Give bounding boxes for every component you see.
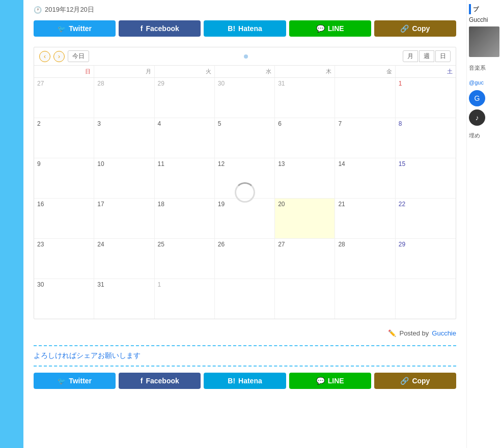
cal-cell-3: 3 [94, 118, 154, 158]
cal-cell-2: 2 [34, 118, 94, 158]
cal-cell-19: 19 [215, 199, 275, 238]
day-number: 17 [97, 201, 104, 208]
thursday-header: 木 [275, 66, 335, 77]
twitter-share-top-button[interactable]: 🐦 Twitter [34, 20, 116, 37]
cal-cell-27: 27 [275, 239, 335, 278]
cal-cell-jan-empty-3 [335, 279, 395, 319]
twitter-share-bottom-button[interactable]: 🐦 Twitter [34, 373, 116, 389]
cal-cell-16: 16 [34, 199, 94, 238]
copy-share-bottom-button[interactable]: 🔗 Copy [374, 373, 456, 389]
day-number: 3 [97, 120, 101, 127]
cal-cell-23: 23 [34, 239, 94, 278]
day-number: 19 [218, 201, 225, 208]
day-number: 27 [37, 80, 44, 87]
cal-cell-10: 10 [94, 158, 154, 198]
cal-cell-jan-empty-1 [215, 279, 275, 319]
calendar-week-view-button[interactable]: 週 [419, 50, 434, 62]
copy-share-top-button[interactable]: 🔗 Copy [374, 20, 456, 37]
date-text: 2019年12月20日 [45, 5, 94, 14]
hatena-bottom-label: Hatena [238, 377, 262, 385]
sidebar-profile-label: プ [473, 6, 479, 13]
cal-cell-jan-empty-2 [275, 279, 335, 319]
calendar-week-1: 27 28 29 30 31 1 [34, 78, 456, 118]
cal-cell-7: 7 [335, 118, 395, 158]
day-number: 23 [37, 241, 44, 248]
line-share-bottom-button[interactable]: 💬 LINE [289, 373, 371, 389]
calendar-view-buttons: 月 週 日 [403, 50, 451, 62]
day-number: 31 [97, 281, 104, 288]
facebook-share-bottom-button[interactable]: f Facebook [119, 373, 201, 389]
day-number: 29 [158, 80, 164, 87]
day-number: 7 [338, 120, 342, 127]
cal-cell-empty [335, 78, 395, 118]
sidebar-author-name: Gucchi [469, 16, 499, 23]
sidebar-music-section: 音楽系 [469, 63, 499, 72]
facebook-top-icon: f [141, 24, 143, 33]
cal-cell-27-nov: 27 [34, 78, 94, 118]
sidebar-bottom-text: 埋め [469, 132, 499, 139]
cal-cell-25: 25 [155, 239, 215, 278]
hatena-share-bottom-button[interactable]: B! Hatena [204, 373, 286, 389]
hatena-top-icon: B! [228, 24, 235, 33]
day-number: 13 [278, 160, 285, 167]
day-number: 12 [218, 160, 225, 167]
sidebar-twitter-link[interactable]: @guc [469, 79, 484, 86]
month-view-label: 月 [407, 52, 413, 60]
loading-spinner [235, 182, 255, 203]
cal-cell-8: 8 [396, 118, 456, 158]
cal-cell-29: 29 [396, 239, 456, 278]
chevron-left-icon: ‹ [44, 53, 46, 60]
day-number: 30 [37, 281, 44, 288]
twitter-bottom-icon: 🐦 [58, 377, 66, 385]
date-line: 🕐 2019年12月20日 [34, 5, 456, 14]
posted-by-prefix: Posted by [399, 329, 429, 337]
day-number: 1 [399, 80, 402, 87]
day-number: 6 [278, 120, 282, 127]
clock-icon: 🕐 [34, 6, 42, 14]
day-number: 22 [399, 201, 405, 208]
calendar-next-button[interactable]: › [53, 51, 65, 62]
sidebar-avatar [469, 26, 499, 57]
copy-top-icon: 🔗 [400, 24, 409, 33]
calendar-prev-button[interactable]: ‹ [39, 51, 50, 62]
music-icon: ♪ [476, 114, 479, 122]
sunday-header: 日 [34, 66, 94, 77]
facebook-bottom-label: Facebook [146, 377, 179, 385]
day-number: 20 [278, 201, 285, 208]
day-number: 28 [97, 80, 104, 87]
saturday-header: 土 [396, 66, 456, 77]
facebook-share-top-button[interactable]: f Facebook [119, 20, 201, 37]
calendar-month-view-button[interactable]: 月 [403, 50, 418, 62]
day-number: 14 [338, 160, 345, 167]
cal-cell-5: 5 [215, 118, 275, 158]
sidebar-social-icon-1[interactable]: G [469, 90, 485, 106]
cal-cell-26: 26 [215, 239, 275, 278]
line-top-icon: 💬 [316, 24, 325, 33]
cal-cell-24: 24 [94, 239, 154, 278]
calendar-today-button[interactable]: 今日 [68, 50, 89, 62]
friday-header: 金 [335, 66, 395, 77]
hatena-share-top-button[interactable]: B! Hatena [204, 20, 286, 37]
calendar-widget: ‹ › 今日 月 週 [34, 47, 456, 319]
sidebar-profile-section: プ Gucchi [469, 4, 499, 57]
day-number: 28 [338, 241, 345, 248]
day-number: 8 [399, 120, 402, 127]
author-link[interactable]: Gucchie [432, 329, 456, 337]
cal-cell-31-nov: 31 [275, 78, 335, 118]
sidebar-music-icon[interactable]: ♪ [469, 109, 485, 126]
line-top-label: LINE [328, 24, 344, 33]
tuesday-header: 火 [155, 66, 215, 77]
cal-cell-28: 28 [335, 239, 395, 278]
calendar-day-view-button[interactable]: 日 [435, 50, 451, 62]
chevron-right-icon: › [58, 53, 60, 60]
left-accent-bar [0, 0, 23, 448]
today-label: 今日 [72, 52, 85, 60]
line-share-top-button[interactable]: 💬 LINE [289, 20, 371, 37]
cal-cell-28-nov: 28 [94, 78, 154, 118]
day-number: 31 [278, 80, 285, 87]
cal-cell-20-today: 20 [275, 199, 335, 238]
sidebar-icon-row: G ♪ [469, 90, 499, 126]
day-number: 21 [338, 201, 345, 208]
sidebar-music-label: 音楽系 [469, 65, 486, 71]
cal-cell-21: 21 [335, 199, 395, 238]
